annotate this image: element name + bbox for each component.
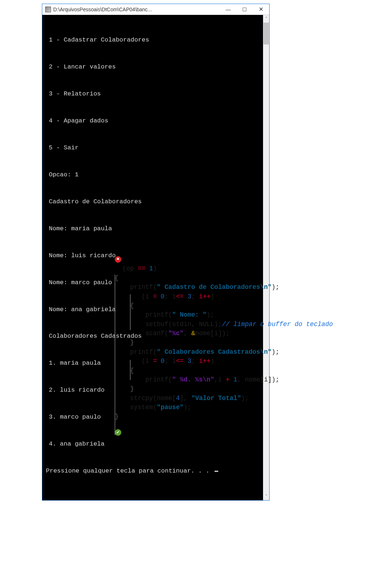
maximize-button[interactable]: ☐ bbox=[236, 4, 253, 15]
code-line: if(op == 1) bbox=[115, 264, 333, 273]
scroll-up-icon[interactable]: ˄ bbox=[265, 15, 267, 23]
code-line: for(i = 0; i<= 3; i++) bbox=[115, 357, 333, 366]
console-line: 3 - Relatorios bbox=[46, 90, 263, 99]
check-icon: ✔ bbox=[115, 429, 121, 436]
code-line: { bbox=[115, 274, 333, 283]
code-line: } bbox=[115, 338, 333, 347]
code-line: strcpy(nome[4], "Valor Total"); bbox=[115, 394, 333, 403]
console-line: 4. ana gabriela bbox=[46, 440, 263, 449]
code-line: setbuf(stdin, NULL);// limpar o buffer d… bbox=[115, 320, 333, 329]
window-title: D:\ArquivosPessoais\DtCom\CAP04\banc... bbox=[53, 7, 220, 12]
code-line: printf(" %d. %s\n",i + 1, nome[i]); bbox=[115, 375, 333, 384]
cursor-icon bbox=[215, 471, 218, 472]
console-line: Pressione qualquer tecla para continuar.… bbox=[46, 467, 263, 476]
minimize-button[interactable]: — bbox=[220, 4, 236, 15]
console-line: 4 - Apagar dados bbox=[46, 117, 263, 126]
console-line: Nome: maria paula bbox=[46, 224, 263, 234]
status-error-row: ✖ bbox=[115, 255, 333, 264]
window-titlebar[interactable]: D:\ArquivosPessoais\DtCom\CAP04\banc... … bbox=[42, 4, 269, 15]
code-line: { bbox=[115, 366, 333, 375]
scroll-thumb[interactable] bbox=[263, 23, 269, 44]
error-icon: ✖ bbox=[115, 256, 121, 263]
code-line: for(i = 0; i<= 3; i++) bbox=[115, 292, 333, 301]
code-line: scanf("%c", &nome[i]); bbox=[115, 329, 333, 338]
console-line: Cadastro de Colaboradores bbox=[46, 197, 263, 207]
console-line: 2 - Lancar valores bbox=[46, 63, 263, 72]
close-button[interactable]: ✕ bbox=[253, 4, 269, 15]
app-icon bbox=[45, 7, 51, 12]
code-line: system("pause"); bbox=[115, 403, 333, 412]
code-line: printf(" Colaboradores Cadastrados\n"); bbox=[115, 348, 333, 357]
code-line: { bbox=[115, 301, 333, 310]
code-line: } bbox=[115, 384, 333, 393]
console-line: 5 - Sair bbox=[46, 144, 263, 153]
code-line: } bbox=[115, 412, 333, 421]
code-line: printf(" Nome: "); bbox=[115, 310, 333, 320]
code-line: printf(" Cadastro de Colaboradores\n"); bbox=[115, 283, 333, 292]
scroll-down-icon[interactable]: ˅ bbox=[265, 493, 267, 500]
status-ok-row: ✔ bbox=[115, 428, 333, 437]
console-line: Opcao: 1 bbox=[46, 171, 263, 180]
code-snippet: ✖ if(op == 1) { printf(" Cadastro de Col… bbox=[115, 255, 333, 437]
console-line: 1 - Cadastrar Colaboradores bbox=[46, 36, 263, 45]
